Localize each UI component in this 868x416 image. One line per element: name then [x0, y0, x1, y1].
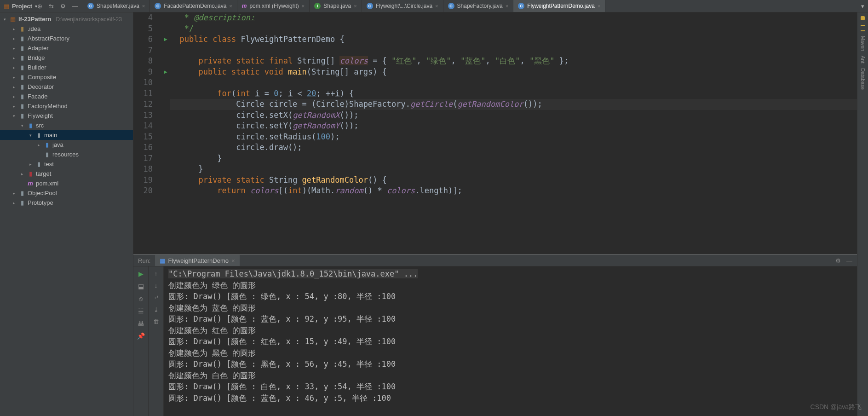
class-icon: C — [367, 3, 373, 9]
close-icon[interactable]: × — [142, 3, 145, 9]
tree-item-label: resources — [52, 151, 79, 158]
scroll-down-icon[interactable]: ↓ — [155, 282, 158, 289]
line-number: 14 — [133, 121, 153, 132]
folder-icon — [18, 190, 26, 196]
tree-item[interactable]: ▸FactoryMethod — [0, 101, 133, 111]
print-icon[interactable]: 🖶 — [138, 320, 144, 327]
code-line[interactable]: public static void main(String[] args) { — [170, 67, 857, 78]
minimize-icon[interactable]: — — [846, 257, 852, 264]
class-icon: C — [87, 3, 94, 9]
soft-wrap-icon[interactable]: ⤶ — [154, 294, 159, 301]
project-tool-selector[interactable]: Project ▾ — [0, 3, 37, 10]
editor-tab[interactable]: IShape.java× — [310, 0, 362, 12]
tree-item[interactable]: ▾main — [0, 130, 133, 140]
close-icon[interactable]: × — [506, 3, 508, 9]
warning-marker[interactable] — [861, 30, 865, 31]
chevron-icon: ▾ — [11, 114, 17, 118]
code-line[interactable]: Circle circle = (Circle)ShapeFactory.get… — [170, 99, 857, 110]
code-line[interactable]: circle.setX(getRandomX()); — [170, 110, 857, 121]
exit-icon[interactable]: ⎋ — [139, 295, 143, 302]
code-line[interactable]: return colors[(int)(Math.random() * colo… — [170, 185, 857, 196]
code-line[interactable]: public class FlyweightPatternDemo { — [170, 34, 857, 45]
maven-tool[interactable]: Maven — [860, 36, 866, 51]
code-line[interactable]: circle.setRadius(100); — [170, 132, 857, 143]
console-output[interactable]: "C:\Program Files\Java\jdk1.8.0_152\bin\… — [164, 266, 857, 416]
rerun-icon[interactable]: ▶ — [138, 270, 144, 277]
code-line[interactable]: } — [170, 153, 857, 164]
tree-item[interactable]: ▸Decorator — [0, 82, 133, 92]
project-tree[interactable]: ▾ lf-23Pattern D:\wenjian\workspace\lf-2… — [0, 12, 133, 416]
close-icon[interactable]: × — [302, 3, 305, 9]
editor-tab[interactable]: CFlyweightPatternDemo.java× — [513, 0, 605, 12]
pin-icon[interactable]: 📌 — [137, 332, 145, 340]
line-number: 5 — [133, 23, 153, 35]
scroll-up-icon[interactable]: ↑ — [155, 270, 158, 277]
tree-item[interactable]: resources — [0, 150, 133, 159]
code-editor[interactable]: 4567891011121314151617181920 ▶▶ * @descr… — [133, 12, 857, 254]
run-gutter-icon[interactable]: ▶ — [164, 34, 167, 45]
tree-item[interactable]: ▸java — [0, 140, 133, 150]
clear-icon[interactable]: 🗑 — [153, 318, 159, 325]
code-line[interactable]: * @description: — [170, 12, 857, 23]
tree-item[interactable]: ▸test — [0, 159, 133, 169]
tree-item[interactable]: ▸.idea — [0, 24, 133, 34]
code-line[interactable]: */ — [170, 23, 857, 35]
close-icon[interactable]: × — [229, 3, 232, 9]
line-number: 18 — [133, 164, 153, 175]
tree-item[interactable]: ▾Flyweight — [0, 111, 133, 121]
tree-item[interactable]: ▸Facade — [0, 92, 133, 101]
stop-disabled-icon[interactable]: ⬓ — [138, 283, 144, 290]
line-number: 7 — [133, 45, 153, 56]
database-tool[interactable]: Database — [860, 68, 866, 90]
code-line[interactable] — [170, 77, 857, 88]
tree-item[interactable]: ▸AbstractFactory — [0, 34, 133, 43]
layout-icon[interactable]: ☱ — [138, 307, 144, 315]
close-icon[interactable]: × — [435, 3, 438, 9]
editor-tab[interactable]: mpom.xml (Flyweight)× — [237, 0, 310, 12]
warning-marker[interactable] — [861, 25, 865, 26]
editor-tab[interactable]: CFlyweight\...\Circle.java× — [362, 0, 443, 12]
tree-item[interactable]: ▾src — [0, 121, 133, 130]
tree-item[interactable]: ▸Adapter — [0, 43, 133, 53]
editor-tab[interactable]: CFacadePatternDemo.java× — [150, 0, 237, 12]
run-tab[interactable]: ▦ FlyweightPatternDemo × — [155, 255, 239, 266]
code-line[interactable]: private static final String[] colors = {… — [170, 56, 857, 67]
line-number: 8 — [133, 56, 153, 67]
chevron-icon: ▸ — [11, 94, 17, 99]
code-line[interactable]: private static String getRandomColor() { — [170, 175, 857, 186]
project-icon — [4, 3, 9, 10]
tree-item[interactable]: pom.xml — [0, 179, 133, 188]
expand-icon[interactable]: ⇆ — [49, 3, 54, 10]
tree-item[interactable]: ▸Composite — [0, 72, 133, 82]
tree-item-label: main — [44, 132, 57, 139]
editor-tab[interactable]: CShapeMaker.java× — [83, 0, 150, 12]
locate-icon[interactable]: ⊕ — [37, 3, 42, 10]
tree-item-label: Builder — [28, 64, 46, 71]
chevron-icon: ▸ — [11, 46, 17, 51]
tree-item[interactable]: ▸ObjectPool — [0, 188, 133, 198]
ant-tool[interactable]: Ant — [860, 56, 866, 64]
collapse-icon[interactable]: — — [72, 3, 78, 10]
close-icon[interactable]: × — [354, 3, 356, 9]
tree-item[interactable]: ▸Prototype — [0, 198, 133, 208]
close-icon[interactable]: × — [231, 257, 235, 264]
line-number: 20 — [133, 185, 153, 196]
code-line[interactable]: circle.draw(); — [170, 142, 857, 153]
tree-item[interactable]: ▸Builder — [0, 63, 133, 72]
tree-item-label: Decorator — [28, 83, 54, 90]
code-line[interactable]: } — [170, 164, 857, 175]
tab-dropdown-icon[interactable]: ▾ — [857, 3, 868, 10]
close-icon[interactable]: × — [598, 3, 600, 9]
gear-icon[interactable]: ⚙ — [835, 257, 841, 264]
editor-tab[interactable]: CShapeFactory.java× — [443, 0, 514, 12]
inspection-indicator[interactable] — [861, 16, 865, 20]
code-line[interactable] — [170, 45, 857, 56]
code-line[interactable]: circle.setY(getRandomY()); — [170, 121, 857, 132]
gear-icon[interactable]: ⚙ — [60, 3, 66, 10]
run-gutter-icon[interactable]: ▶ — [164, 67, 167, 78]
tree-root[interactable]: ▾ lf-23Pattern D:\wenjian\workspace\lf-2… — [0, 14, 133, 24]
tree-item[interactable]: ▸target — [0, 169, 133, 179]
scroll-to-end-icon[interactable]: ⤓ — [154, 306, 159, 313]
tree-item[interactable]: ▸Bridge — [0, 53, 133, 63]
code-line[interactable]: for(int i = 0; i < 20; ++i) { — [170, 88, 857, 99]
